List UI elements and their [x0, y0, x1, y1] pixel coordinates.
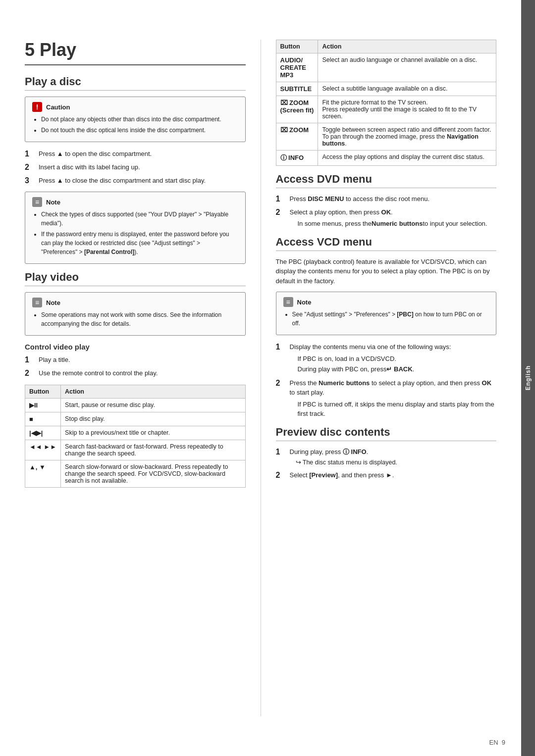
- sidebar-tab: English: [521, 0, 535, 756]
- note-box-vcd: Note See "Adjust settings" > "Preference…: [276, 292, 497, 335]
- note-list: See "Adjust settings" > "Preferences" > …: [283, 310, 489, 328]
- page-number: EN 9: [489, 739, 505, 746]
- sub-bullet-list: If PBC is on, load in a VCD/SVCD. During…: [290, 354, 451, 374]
- note-header: Note: [32, 197, 238, 207]
- caution-header: ! Caution: [32, 102, 238, 112]
- table-row: SUBTITLE Select a subtitle language avai…: [276, 82, 496, 96]
- note-header: Note: [32, 298, 238, 307]
- control-video-steps: 1 Play a title. 2 Use the remote control…: [25, 355, 246, 379]
- section-vcd-menu-title: Access VCD menu: [276, 236, 497, 251]
- table-row: ⌧ ZOOM(Screen fit) Fit the picture forma…: [276, 96, 496, 123]
- control-video-table: Button Action ▶II Start, pause or resume…: [25, 385, 246, 488]
- left-column: 5 Play Play a disc ! Caution Do not plac…: [25, 40, 261, 716]
- right-column: Button Action AUDIO/CREATEMP3 Select an …: [261, 40, 497, 716]
- play-disc-steps: 1 Press ▲ to open the disc compartment. …: [25, 149, 246, 186]
- caution-title: Caution: [46, 103, 70, 111]
- list-item: 1 Display the contents menu via one of t…: [276, 342, 497, 375]
- list-item: In some menus, press the Numeric buttons…: [298, 219, 487, 229]
- section-preview-title: Preview disc contents: [276, 426, 497, 441]
- note-box-play-video: Note Some operations may not work with s…: [25, 292, 246, 336]
- list-item: 3 Press ▲ to close the disc compartment …: [25, 176, 246, 186]
- list-item: If the password entry menu is displayed,…: [41, 230, 238, 256]
- top-action-table: Button Action AUDIO/CREATEMP3 Select an …: [276, 40, 497, 166]
- list-item: If PBC is on, load in a VCD/SVCD.: [298, 354, 451, 364]
- preview-steps: 1 During play, press ⓘ INFO. ↪ The disc …: [276, 447, 497, 481]
- table-cell-button: ◄◄ ►►: [25, 440, 61, 460]
- table-cell-button: ▶II: [25, 398, 61, 412]
- caution-list: Do not place any objects other than disc…: [32, 115, 238, 135]
- table-cell-action: Search slow-forward or slow-backward. Pr…: [61, 460, 245, 487]
- sidebar-label: English: [525, 365, 532, 390]
- table-cell-button: ⌧ ZOOM(Screen fit): [276, 96, 318, 123]
- list-item: Check the types of discs supported (see …: [41, 210, 238, 228]
- section-play-disc-title: Play a disc: [25, 75, 246, 91]
- table-cell-action: Stop disc play.: [61, 412, 245, 426]
- note-title: Note: [46, 299, 60, 306]
- note-icon: [283, 297, 293, 307]
- note-header: Note: [283, 297, 489, 307]
- table-header-button: Button: [276, 40, 318, 53]
- vcd-description: The PBC (playback control) feature is av…: [276, 257, 497, 286]
- list-item: 2 Press the Numeric buttons to select a …: [276, 378, 497, 420]
- table-row: ◄◄ ►► Search fast-backward or fast-forwa…: [25, 440, 246, 460]
- list-item: See "Adjust settings" > "Preferences" > …: [292, 310, 489, 328]
- table-cell-action: Start, pause or resume disc play.: [61, 398, 245, 412]
- table-header-action: Action: [318, 40, 496, 53]
- list-item: 1 Press ▲ to open the disc compartment.: [25, 149, 246, 159]
- table-cell-button: ■: [25, 412, 61, 426]
- note-title: Note: [297, 299, 312, 306]
- table-header-action: Action: [61, 385, 245, 398]
- table-cell-button: |◀▶|: [25, 426, 61, 440]
- sub-arrow-text: ↪ The disc status menu is displayed.: [290, 458, 397, 467]
- list-item: Some operations may not work with some d…: [41, 310, 238, 328]
- table-cell-action: Select a subtitle language available on …: [318, 82, 496, 96]
- table-row: AUDIO/CREATEMP3 Select an audio language…: [276, 53, 496, 82]
- chapter-title: 5 Play: [25, 40, 246, 65]
- list-item: 1 Press DISC MENU to access the disc roo…: [276, 194, 497, 204]
- table-cell-button: ⓘ INFO: [276, 151, 318, 166]
- note-list: Some operations may not work with some d…: [32, 310, 238, 328]
- table-cell-button: ⌧ ZOOM: [276, 123, 318, 151]
- page-num: 9: [502, 739, 505, 746]
- list-item: 1 During play, press ⓘ INFO. ↪ The disc …: [276, 447, 497, 467]
- section-play-video-title: Play video: [25, 271, 246, 286]
- table-cell-button: AUDIO/CREATEMP3: [276, 53, 318, 82]
- list-item: 2 Insert a disc with its label facing up…: [25, 162, 246, 173]
- table-row: ▲, ▼ Search slow-forward or slow-backwar…: [25, 460, 246, 487]
- table-cell-action: Skip to a previous/next title or chapter…: [61, 426, 245, 440]
- vcd-menu-steps: 1 Display the contents menu via one of t…: [276, 342, 497, 420]
- note-icon: [32, 298, 42, 307]
- table-cell-button: SUBTITLE: [276, 82, 318, 96]
- list-item: 1 Play a title.: [25, 355, 246, 365]
- table-row: ■ Stop disc play.: [25, 412, 246, 426]
- note-list: Check the types of discs supported (see …: [32, 210, 238, 256]
- list-item: If PBC is turned off, it skips the menu …: [298, 400, 497, 419]
- table-cell-action: Fit the picture format to the TV screen.…: [318, 96, 496, 123]
- subsection-control-title: Control video play: [25, 343, 246, 351]
- table-row: ▶II Start, pause or resume disc play.: [25, 398, 246, 412]
- table-cell-action: Access the play options and display the …: [318, 151, 496, 166]
- caution-icon: !: [32, 102, 42, 112]
- sub-bullet-list: In some menus, press the Numeric buttons…: [290, 219, 487, 229]
- list-item: During play with PBC on, press ↵ BACK.: [298, 364, 451, 374]
- sub-bullet-list: If PBC is turned off, it skips the menu …: [290, 400, 497, 419]
- note-icon: [32, 197, 42, 207]
- table-cell-button: ▲, ▼: [25, 460, 61, 487]
- section-dvd-menu-title: Access DVD menu: [276, 173, 497, 188]
- list-item: 2 Use the remote control to control the …: [25, 368, 246, 379]
- list-item: 2 Select [Preview], and then press ►.: [276, 470, 497, 481]
- table-cell-action: Select an audio language or channel avai…: [318, 53, 496, 82]
- list-item: 2 Select a play option, then press OK. I…: [276, 207, 497, 230]
- note-box-play-disc: Note Check the types of discs supported …: [25, 192, 246, 264]
- dvd-menu-steps: 1 Press DISC MENU to access the disc roo…: [276, 194, 497, 230]
- table-header-button: Button: [25, 385, 61, 398]
- table-row: |◀▶| Skip to a previous/next title or ch…: [25, 426, 246, 440]
- caution-box: ! Caution Do not place any objects other…: [25, 97, 246, 142]
- table-row: ⌧ ZOOM Toggle between screen aspect rati…: [276, 123, 496, 151]
- table-cell-action: Search fast-backward or fast-forward. Pr…: [61, 440, 245, 460]
- table-row: ⓘ INFO Access the play options and displ…: [276, 151, 496, 166]
- note-title: Note: [46, 199, 60, 206]
- table-cell-action: Toggle between screen aspect ratio and d…: [318, 123, 496, 151]
- list-item: Do not touch the disc optical lens insid…: [41, 126, 238, 135]
- page-lang: EN: [489, 739, 498, 746]
